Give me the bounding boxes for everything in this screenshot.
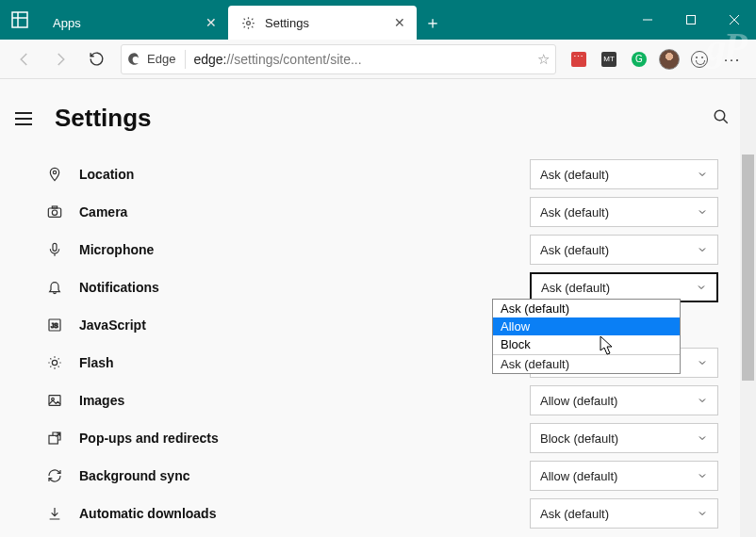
permission-row-notifications: NotificationsAsk (default)Ask (default)A… — [41, 268, 718, 306]
images-icon — [41, 393, 68, 408]
select-value: Ask (default) — [540, 168, 609, 182]
permission-select-location[interactable]: Ask (default) — [530, 159, 718, 189]
edge-label: Edge — [147, 52, 175, 66]
flash-icon — [41, 355, 68, 370]
permission-label: Automatic downloads — [79, 506, 530, 521]
edge-badge: Edge — [127, 50, 186, 69]
javascript-icon: JS — [41, 317, 68, 333]
profile-avatar[interactable] — [656, 46, 682, 73]
dropdown-option[interactable]: Block — [493, 335, 680, 353]
permission-row-autodl: Automatic downloadsAsk (default) — [41, 495, 718, 532]
scrollbar-thumb[interactable] — [742, 155, 754, 381]
svg-rect-18 — [49, 396, 60, 406]
select-value-covered: Ask (default) — [493, 354, 680, 373]
svg-point-17 — [52, 360, 57, 365]
microphone-icon — [41, 242, 68, 257]
permission-label: Background sync — [79, 468, 530, 483]
permission-label: Notifications — [79, 280, 530, 295]
dropdown-option[interactable]: Ask (default) — [493, 300, 680, 317]
svg-point-3 — [247, 21, 251, 24]
select-value: Ask (default) — [540, 205, 609, 220]
minimize-button[interactable] — [626, 0, 669, 40]
menu-icon[interactable] — [15, 112, 41, 125]
maximize-button[interactable] — [669, 0, 713, 40]
permission-select-images[interactable]: Allow (default) — [530, 385, 718, 415]
feedback-icon[interactable] — [686, 46, 713, 73]
svg-rect-5 — [687, 16, 696, 24]
gear-icon — [241, 16, 255, 30]
favorite-icon[interactable]: ☆ — [537, 51, 550, 68]
camera-icon — [41, 204, 68, 220]
svg-point-12 — [52, 210, 57, 215]
tab-apps[interactable]: Apps ✕ — [40, 6, 228, 40]
svg-point-10 — [53, 171, 56, 173]
svg-rect-0 — [12, 12, 27, 27]
select-value: Allow (default) — [540, 394, 617, 408]
app-icon — [0, 0, 40, 40]
page-title: Settings — [55, 104, 713, 133]
permission-select-camera[interactable]: Ask (default) — [530, 197, 718, 227]
permission-row-bgsync: Background syncAllow (default) — [41, 457, 718, 495]
select-value: Ask (default) — [540, 507, 609, 521]
edge-icon — [127, 52, 141, 66]
extension-lastpass-icon[interactable] — [566, 46, 592, 73]
permission-label: Pop-ups and redirects — [79, 431, 530, 446]
close-icon[interactable]: ✕ — [394, 15, 405, 30]
extension-grammarly-icon[interactable]: G — [626, 46, 652, 73]
tab-label: Apps — [53, 16, 196, 30]
svg-rect-11 — [48, 208, 60, 217]
notifications-icon — [41, 280, 68, 295]
select-value: Ask (default) — [541, 281, 610, 295]
address-bar[interactable]: Edge edge://settings/content/site... ☆ — [121, 44, 556, 74]
permission-select-microphone[interactable]: Ask (default) — [530, 235, 718, 265]
close-button[interactable] — [713, 0, 756, 40]
browser-toolbar: Edge edge://settings/content/site... ☆ M… — [0, 40, 756, 79]
svg-text:JS: JS — [51, 322, 58, 329]
svg-line-9 — [723, 119, 728, 123]
popups-icon — [41, 431, 68, 446]
select-value: Block (default) — [540, 431, 618, 446]
permission-label: Images — [79, 393, 530, 408]
autodl-icon — [41, 506, 68, 521]
svg-point-8 — [715, 110, 725, 121]
tab-label: Settings — [265, 16, 385, 30]
tab-settings[interactable]: Settings ✕ — [228, 6, 417, 40]
permission-label: Flash — [79, 355, 530, 370]
extension-dark-icon[interactable]: MT — [596, 46, 622, 73]
permission-label: Location — [79, 167, 530, 182]
settings-page: Settings LocationAsk (default)CameraAsk … — [0, 79, 756, 537]
svg-rect-13 — [52, 206, 57, 208]
select-value: Ask (default) — [540, 243, 609, 257]
permission-select-bgsync[interactable]: Allow (default) — [530, 461, 718, 491]
permission-row-location: LocationAsk (default) — [41, 155, 718, 193]
close-icon[interactable]: ✕ — [205, 15, 217, 30]
permission-row-images: ImagesAllow (default) — [41, 382, 718, 419]
more-menu-button[interactable]: ⋯ — [715, 44, 748, 74]
search-icon[interactable] — [713, 108, 730, 128]
bgsync-icon — [41, 468, 68, 483]
scrollbar-track[interactable] — [740, 79, 756, 537]
select-value: Allow (default) — [540, 469, 617, 483]
refresh-button[interactable] — [79, 44, 113, 74]
dropdown-option[interactable]: Allow — [493, 317, 680, 335]
permission-select-autodl[interactable]: Ask (default) — [530, 498, 718, 529]
permission-row-popups: Pop-ups and redirectsBlock (default) — [41, 419, 718, 457]
window-titlebar: Apps ✕ Settings ✕ ＋ gP — [0, 0, 756, 40]
svg-rect-14 — [53, 243, 57, 251]
permission-dropdown-notifications[interactable]: Ask (default)AllowBlockAsk (default) — [492, 299, 681, 374]
url-text: edge://settings/content/site... — [193, 52, 530, 67]
permission-label: Camera — [79, 204, 530, 220]
permission-row-camera: CameraAsk (default) — [41, 193, 718, 231]
forward-button[interactable] — [43, 44, 77, 74]
permission-row-microphone: MicrophoneAsk (default) — [41, 231, 718, 268]
location-icon — [41, 167, 68, 182]
permission-select-popups[interactable]: Block (default) — [530, 423, 718, 453]
new-tab-button[interactable]: ＋ — [417, 6, 449, 40]
permission-label: Microphone — [79, 242, 530, 257]
back-button[interactable] — [8, 44, 41, 74]
